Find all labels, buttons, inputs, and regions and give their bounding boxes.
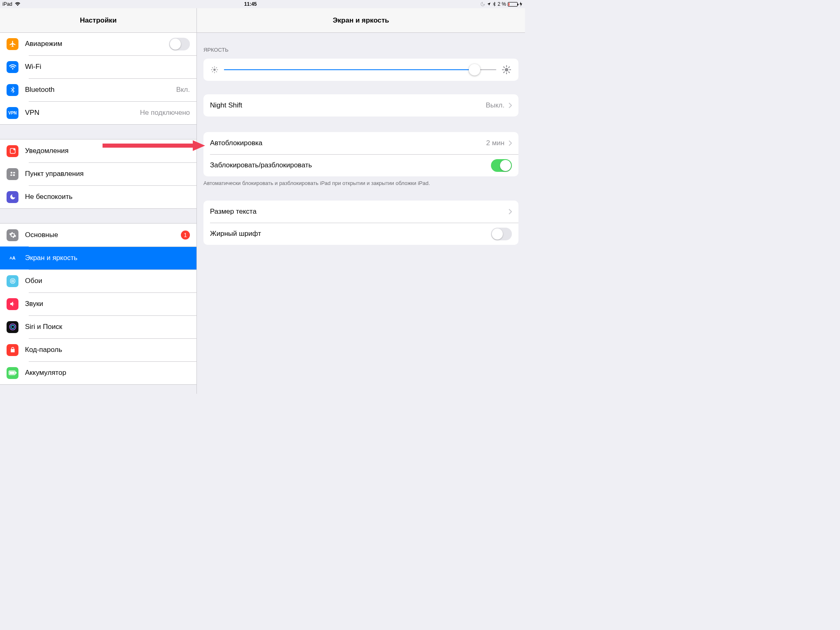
settings-sidebar: Настройки Авиарежим Wi-Fi xyxy=(0,8,197,394)
sounds-icon xyxy=(7,298,18,310)
sidebar-item-bluetooth[interactable]: Bluetooth Вкл. xyxy=(0,78,196,101)
device-label: iPad xyxy=(2,1,12,7)
sidebar-item-control-center[interactable]: Пункт управления xyxy=(0,162,196,185)
general-badge: 1 xyxy=(181,231,190,240)
svg-line-21 xyxy=(212,71,213,72)
chevron-right-icon xyxy=(509,103,512,108)
sidebar-item-vpn[interactable]: VPN VPN Не подключено xyxy=(0,101,196,124)
svg-rect-3 xyxy=(13,172,15,173)
wifi-icon xyxy=(15,2,21,6)
dnd-icon xyxy=(7,191,18,203)
brightness-low-icon xyxy=(210,65,219,74)
bluetooth-settings-icon xyxy=(7,84,18,96)
autolock-label: Автоблокировка xyxy=(210,139,486,147)
sidebar-item-battery[interactable]: Аккумулятор xyxy=(0,361,196,384)
sidebar-item-label: Пункт управления xyxy=(25,170,190,178)
svg-line-19 xyxy=(212,67,213,68)
textsize-row[interactable]: Размер текста xyxy=(203,201,518,223)
sidebar-item-notifications[interactable]: Уведомления xyxy=(0,139,196,162)
battery-icon xyxy=(508,2,518,7)
sidebar-item-label: Wi-Fi xyxy=(25,63,190,71)
battery-pct: 2 % xyxy=(498,1,506,7)
sidebar-item-label: Основные xyxy=(25,231,178,239)
autolock-value: 2 мин xyxy=(486,139,504,147)
sidebar-item-label: Код-пароль xyxy=(25,346,190,354)
svg-line-31 xyxy=(509,66,510,68)
svg-point-2 xyxy=(10,172,12,174)
brightness-high-icon xyxy=(501,64,512,75)
sidebar-item-label: Bluetooth xyxy=(25,86,176,94)
sidebar-item-siri[interactable]: Siri и Поиск xyxy=(0,315,196,338)
sidebar-item-display[interactable]: AA Экран и яркость xyxy=(0,247,196,269)
status-bar: iPad 11:45 2 % xyxy=(0,0,525,8)
svg-line-30 xyxy=(503,72,504,73)
sidebar-item-value: Вкл. xyxy=(176,86,190,94)
svg-line-29 xyxy=(509,72,510,73)
svg-rect-12 xyxy=(9,372,14,374)
general-icon xyxy=(7,229,18,241)
battery-settings-icon xyxy=(7,367,18,379)
svg-point-23 xyxy=(505,68,509,72)
sidebar-item-label: Уведомления xyxy=(25,147,190,155)
svg-rect-4 xyxy=(10,175,12,176)
svg-point-10 xyxy=(11,325,14,329)
sidebar-item-wallpaper[interactable]: Обои xyxy=(0,269,196,292)
sidebar-item-value: Не подключено xyxy=(140,109,190,117)
detail-pane: Экран и яркость ЯРКОСТЬ Night Shift Выкл… xyxy=(197,8,525,394)
notifications-icon xyxy=(7,145,18,157)
sidebar-item-passcode[interactable]: Код-пароль xyxy=(0,338,196,361)
sidebar-item-wifi[interactable]: Wi-Fi xyxy=(0,55,196,78)
brightness-header: ЯРКОСТЬ xyxy=(197,44,525,55)
wallpaper-icon xyxy=(7,275,18,287)
sidebar-item-sounds[interactable]: Звуки xyxy=(0,292,196,315)
lockunlock-toggle[interactable] xyxy=(491,159,512,172)
svg-point-9 xyxy=(9,324,16,330)
siri-icon xyxy=(7,321,18,333)
svg-point-14 xyxy=(213,68,216,71)
sidebar-item-airplane[interactable]: Авиарежим xyxy=(0,33,196,55)
location-icon xyxy=(487,2,491,6)
sidebar-item-label: Siri и Поиск xyxy=(25,323,190,331)
svg-line-20 xyxy=(216,71,217,72)
vpn-icon: VPN xyxy=(7,107,18,119)
sidebar-item-label: Не беспокоить xyxy=(25,193,190,201)
airplane-icon xyxy=(7,38,18,50)
svg-point-1 xyxy=(13,148,15,151)
sidebar-item-general[interactable]: Основные 1 xyxy=(0,224,196,247)
nightshift-value: Выкл. xyxy=(486,101,504,110)
bluetooth-icon xyxy=(493,2,496,7)
boldtext-toggle[interactable] xyxy=(491,228,512,240)
sidebar-title: Настройки xyxy=(0,8,196,33)
passcode-icon xyxy=(7,344,18,356)
svg-line-22 xyxy=(216,67,217,68)
dnd-moon-icon xyxy=(480,2,485,7)
clock: 11:45 xyxy=(21,1,480,7)
nightshift-label: Night Shift xyxy=(210,101,486,110)
svg-rect-13 xyxy=(15,372,16,374)
sidebar-item-label: Обои xyxy=(25,277,190,285)
sidebar-item-label: VPN xyxy=(25,109,140,117)
detail-title: Экран и яркость xyxy=(197,8,525,33)
control-center-icon xyxy=(7,168,18,180)
sidebar-item-label: Аккумулятор xyxy=(25,369,190,377)
brightness-slider[interactable] xyxy=(224,69,496,70)
wifi-settings-icon xyxy=(7,61,18,73)
lockunlock-footer: Автоматически блокировать и разблокирова… xyxy=(197,176,525,187)
svg-point-8 xyxy=(12,281,13,281)
svg-line-28 xyxy=(503,66,504,68)
svg-point-5 xyxy=(13,174,15,176)
display-icon: AA xyxy=(7,252,18,264)
lockunlock-row[interactable]: Заблокировать/разблокировать xyxy=(203,154,518,176)
textsize-label: Размер текста xyxy=(210,208,504,216)
sidebar-item-label: Авиарежим xyxy=(25,40,169,48)
boldtext-label: Жирный шрифт xyxy=(210,230,491,238)
sidebar-item-label: Экран и яркость xyxy=(25,254,190,262)
chevron-right-icon xyxy=(509,140,512,146)
sidebar-item-label: Звуки xyxy=(25,300,190,308)
sidebar-item-dnd[interactable]: Не беспокоить xyxy=(0,185,196,208)
nightshift-row[interactable]: Night Shift Выкл. xyxy=(203,94,518,116)
boldtext-row[interactable]: Жирный шрифт xyxy=(203,223,518,245)
lockunlock-label: Заблокировать/разблокировать xyxy=(210,161,491,169)
airplane-toggle[interactable] xyxy=(169,38,190,50)
autolock-row[interactable]: Автоблокировка 2 мин xyxy=(203,132,518,154)
